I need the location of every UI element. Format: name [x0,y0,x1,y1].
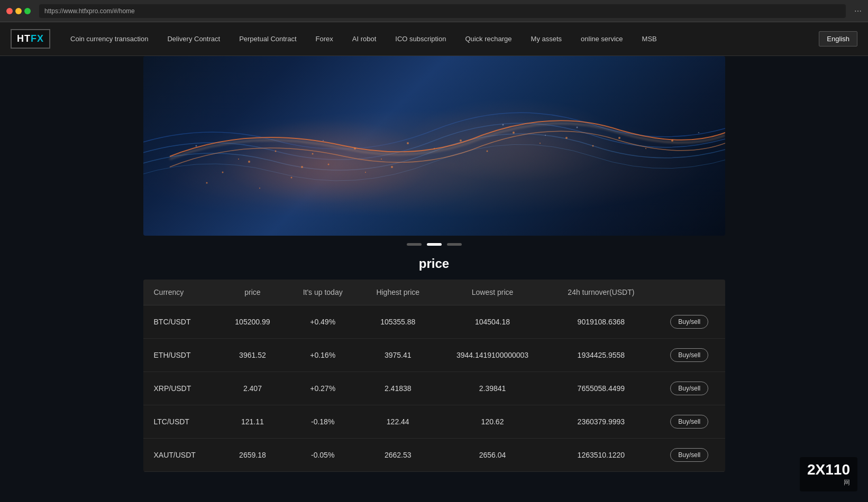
cell-turnover: 1263510.1220 [549,439,654,472]
nav-msb[interactable]: MSB [633,22,666,56]
cell-action: Buy/sell [654,339,725,372]
browser-toolbar: ⋯ [854,7,862,15]
nav-perpetual-contract[interactable]: Perpetual Contract [230,22,306,56]
nav-ico-subscription[interactable]: ICO subscription [386,22,455,56]
cell-currency: LTC/USDT [143,405,219,439]
cell-lowest: 2.39841 [436,372,549,405]
cell-action: Buy/sell [654,372,725,405]
cell-action: Buy/sell [654,405,725,439]
nav-ai-robot[interactable]: AI robot [343,22,386,56]
col-highest: Highest price [359,280,436,305]
cell-action: Buy/sell [654,439,725,472]
cell-lowest: 120.62 [436,405,549,439]
nav-delivery-contract[interactable]: Delivery Contract [158,22,230,56]
address-bar[interactable]: https://www.htfxpro.com/#/home [39,4,846,18]
cell-highest: 2.41838 [359,372,436,405]
cell-currency: XRP/USDT [143,372,219,405]
table-row: XAUT/USDT 2659.18 -0.05% 2662.53 2656.04… [143,439,725,472]
buy-sell-button[interactable]: Buy/sell [670,415,708,429]
cell-highest: 3975.41 [359,339,436,372]
main-content: price Currency price It's up today Highe… [143,256,725,493]
nav-forex[interactable]: Forex [306,22,343,56]
cell-price: 105200.99 [219,305,286,339]
table-row: BTC/USDT 105200.99 +0.49% 105355.88 1045… [143,305,725,339]
col-turnover: 24h turnover(USDT) [549,280,654,305]
cell-price: 3961.52 [219,339,286,372]
navbar: HTFX Coin currency transaction Delivery … [0,22,868,56]
cell-lowest: 2656.04 [436,439,549,472]
cell-change: +0.49% [286,305,359,339]
watermark-text: 2X110 [807,461,850,478]
cell-price: 121.11 [219,405,286,439]
col-price: price [219,280,286,305]
cell-price: 2.407 [219,372,286,405]
watermark: 2X110 网 [800,457,857,491]
nav-my-assets[interactable]: My assets [522,22,572,56]
cell-currency: XAUT/USDT [143,439,219,472]
cell-change: +0.27% [286,372,359,405]
browser-chrome: https://www.htfxpro.com/#/home ⋯ [0,0,868,22]
col-action [654,280,725,305]
nav-online-service[interactable]: online service [571,22,633,56]
cell-change: -0.05% [286,439,359,472]
minimize-dot[interactable] [15,8,22,14]
table-header-row: Currency price It's up today Highest pri… [143,280,725,305]
close-dot[interactable] [6,8,13,14]
table-row: ETH/USDT 3961.52 +0.16% 3975.41 3944.141… [143,339,725,372]
cell-currency: BTC/USDT [143,305,219,339]
col-lowest: Lowest price [436,280,549,305]
maximize-dot[interactable] [24,8,31,14]
cell-price: 2659.18 [219,439,286,472]
cell-turnover: 1934425.9558 [549,339,654,372]
nav-quick-recharge[interactable]: Quick recharge [455,22,521,56]
cell-highest: 105355.88 [359,305,436,339]
carousel-dot-2[interactable] [427,243,442,246]
cell-turnover: 9019108.6368 [549,305,654,339]
carousel-indicators [0,243,868,246]
hero-overlay [143,56,725,236]
price-table: Currency price It's up today Highest pri… [143,280,725,472]
cell-highest: 122.44 [359,405,436,439]
price-heading: price [143,256,725,271]
buy-sell-button[interactable]: Buy/sell [670,348,708,362]
logo[interactable]: HTFX [11,29,50,49]
col-currency: Currency [143,280,219,305]
cell-change: -0.18% [286,405,359,439]
table-row: LTC/USDT 121.11 -0.18% 122.44 120.62 236… [143,405,725,439]
carousel-dot-1[interactable] [407,243,422,246]
cell-lowest: 104504.18 [436,305,549,339]
cell-action: Buy/sell [654,305,725,339]
cell-change: +0.16% [286,339,359,372]
buy-sell-button[interactable]: Buy/sell [670,315,708,329]
cell-highest: 2662.53 [359,439,436,472]
cell-lowest: 3944.1419100000003 [436,339,549,372]
url-text: https://www.htfxpro.com/#/home [44,7,135,15]
cell-currency: ETH/USDT [143,339,219,372]
watermark-sub: 网 [807,478,850,487]
cell-turnover: 7655058.4499 [549,372,654,405]
carousel-dot-3[interactable] [447,243,462,246]
language-button[interactable]: English [819,31,857,47]
nav-items: Coin currency transaction Delivery Contr… [61,22,819,56]
col-change: It's up today [286,280,359,305]
window-controls [6,8,31,14]
table-row: XRP/USDT 2.407 +0.27% 2.41838 2.39841 76… [143,372,725,405]
cell-turnover: 2360379.9993 [549,405,654,439]
nav-coin-currency[interactable]: Coin currency transaction [61,22,158,56]
buy-sell-button[interactable]: Buy/sell [670,382,708,395]
menu-icon[interactable]: ⋯ [854,7,862,15]
buy-sell-button[interactable]: Buy/sell [670,448,708,462]
hero-banner [143,56,725,236]
